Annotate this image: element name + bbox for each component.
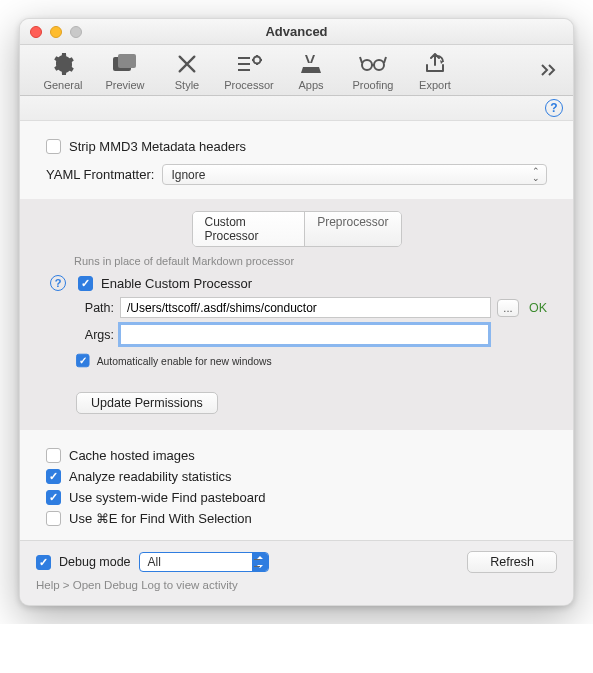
toolbar-processor[interactable]: Processor xyxy=(218,51,280,91)
yaml-frontmatter-select[interactable]: Ignore xyxy=(162,164,547,185)
processor-tabs: Custom Processor Preprocessor xyxy=(192,211,402,247)
enable-custom-processor-label: Enable Custom Processor xyxy=(101,276,252,291)
cmd-e-label: Use ⌘E for Find With Selection xyxy=(69,511,252,526)
metadata-section: Strip MMD3 Metadata headers YAML Frontma… xyxy=(20,121,573,199)
toolbar-preview[interactable]: Preview xyxy=(94,51,156,91)
debug-filter-value: All xyxy=(148,555,161,569)
toolbar-export[interactable]: Export xyxy=(404,51,466,91)
toolbar-label: Style xyxy=(175,79,199,91)
processor-help-icon[interactable]: ? xyxy=(50,275,66,291)
update-permissions-button[interactable]: Update Permissions xyxy=(76,392,218,414)
args-label: Args: xyxy=(74,328,114,342)
find-pasteboard-checkbox[interactable] xyxy=(46,490,61,505)
path-label: Path: xyxy=(74,301,114,315)
preferences-window: Advanced General Preview Style Processor xyxy=(19,18,574,606)
auto-enable-checkbox[interactable] xyxy=(76,354,90,368)
svg-rect-1 xyxy=(118,54,136,68)
strip-mmd3-label: Strip MMD3 Metadata headers xyxy=(69,139,246,154)
debug-mode-label: Debug mode xyxy=(59,555,131,569)
content: Strip MMD3 Metadata headers YAML Frontma… xyxy=(20,121,573,605)
toolbar-label: Export xyxy=(419,79,451,91)
args-input[interactable] xyxy=(120,324,489,345)
toolbar-apps[interactable]: Apps xyxy=(280,51,342,91)
toolbar-general[interactable]: General xyxy=(32,51,94,91)
export-icon xyxy=(421,51,449,77)
tab-preprocessor[interactable]: Preprocessor xyxy=(305,212,400,246)
browse-button[interactable]: ... xyxy=(497,299,519,317)
svg-point-3 xyxy=(362,60,372,70)
debug-filter-select[interactable]: All xyxy=(139,552,269,572)
auto-enable-label: Automatically enable for new windows xyxy=(97,355,272,366)
toolbar-overflow[interactable] xyxy=(539,61,561,82)
debug-mode-checkbox[interactable] xyxy=(36,555,51,570)
toolbar-style[interactable]: Style xyxy=(156,51,218,91)
processor-hint: Runs in place of default Markdown proces… xyxy=(74,255,547,267)
svg-point-4 xyxy=(374,60,384,70)
svg-point-2 xyxy=(254,57,261,64)
toolbar-label: Preview xyxy=(105,79,144,91)
toolbar-label: Processor xyxy=(224,79,274,91)
toolbar-label: Apps xyxy=(298,79,323,91)
options-section: Cache hosted images Analyze readability … xyxy=(20,430,573,540)
strip-mmd3-checkbox[interactable] xyxy=(46,139,61,154)
gear-icon xyxy=(49,51,77,77)
preview-icon xyxy=(111,51,139,77)
window-title: Advanced xyxy=(20,24,573,39)
processor-icon xyxy=(235,51,263,77)
toolbar-label: Proofing xyxy=(353,79,394,91)
yaml-value: Ignore xyxy=(171,168,205,182)
cmd-e-checkbox[interactable] xyxy=(46,511,61,526)
tab-custom-processor[interactable]: Custom Processor xyxy=(193,212,306,246)
titlebar: Advanced xyxy=(20,19,573,45)
style-icon xyxy=(173,51,201,77)
path-input[interactable] xyxy=(120,297,491,318)
processor-section: Custom Processor Preprocessor Runs in pl… xyxy=(20,199,573,430)
help-row: ? xyxy=(20,96,573,121)
refresh-button[interactable]: Refresh xyxy=(467,551,557,573)
help-icon[interactable]: ? xyxy=(545,99,563,117)
readability-checkbox[interactable] xyxy=(46,469,61,484)
cache-images-label: Cache hosted images xyxy=(69,448,195,463)
toolbar-proofing[interactable]: Proofing xyxy=(342,51,404,91)
toolbar-label: General xyxy=(43,79,82,91)
glasses-icon xyxy=(359,51,387,77)
cache-images-checkbox[interactable] xyxy=(46,448,61,463)
find-pasteboard-label: Use system-wide Find pasteboard xyxy=(69,490,266,505)
apps-icon xyxy=(297,51,325,77)
enable-custom-processor-checkbox[interactable] xyxy=(78,276,93,291)
readability-label: Analyze readability statistics xyxy=(69,469,232,484)
footer: Debug mode All Refresh xyxy=(20,540,573,579)
footer-note: Help > Open Debug Log to view activity xyxy=(20,579,573,605)
toolbar: General Preview Style Processor Apps xyxy=(20,45,573,96)
yaml-label: YAML Frontmatter: xyxy=(46,167,154,182)
path-ok-label: OK xyxy=(529,301,547,315)
